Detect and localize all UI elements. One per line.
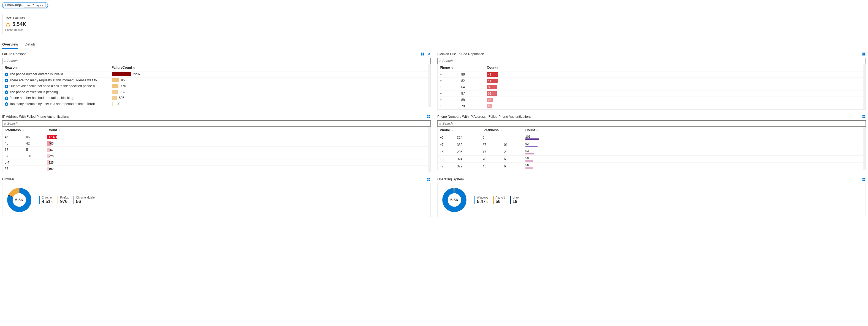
log-analytics-icon[interactable] bbox=[862, 115, 866, 118]
cell-ip-part: 78 bbox=[480, 156, 502, 163]
cell-ip-part: 17 bbox=[2, 147, 24, 153]
col-count[interactable]: Count↑↓ bbox=[485, 64, 866, 72]
cell-phone: + bbox=[438, 103, 459, 109]
col-phone[interactable]: Phone↑↓ bbox=[438, 127, 480, 134]
col-failurecount[interactable]: FailureCount↑↓ bbox=[110, 64, 431, 72]
search-input[interactable] bbox=[7, 59, 429, 63]
table-row[interactable]: 4506 1.146K bbox=[2, 134, 430, 140]
time-range-select[interactable]: Last 7 days ▾ bbox=[24, 3, 45, 7]
cell-phone: + bbox=[438, 84, 459, 90]
legend-item[interactable]: Linux 19 bbox=[510, 196, 519, 204]
scrollbar-thumb[interactable] bbox=[429, 64, 430, 81]
pin-icon[interactable] bbox=[427, 52, 431, 56]
table-row[interactable]: 175 257 bbox=[2, 147, 430, 153]
cell-ip-part: 2 bbox=[502, 148, 523, 156]
log-analytics-icon[interactable] bbox=[862, 52, 866, 56]
panel-title: Failure Reasons bbox=[2, 52, 26, 56]
table-row[interactable]: +6324 5. 105 bbox=[438, 134, 866, 141]
cell-ip-part: 87 bbox=[2, 153, 24, 159]
col-ip[interactable]: IPAddress↑↓ bbox=[480, 127, 523, 134]
cell-phone-part: 382 bbox=[455, 141, 480, 148]
search-input[interactable] bbox=[442, 59, 864, 63]
cell-phone: + bbox=[438, 97, 459, 103]
scrollbar-thumb[interactable] bbox=[429, 127, 430, 141]
table-row[interactable]: +88 24 bbox=[438, 97, 866, 103]
cell-phone: + bbox=[438, 72, 459, 78]
legend-item[interactable]: Android 56 bbox=[493, 196, 505, 204]
panel-browser: Browser 5.5K Chrome 4.51K Firefox 976 Ch… bbox=[2, 177, 431, 217]
cell-ip-part bbox=[24, 159, 45, 166]
donut-center-value: 5.5K bbox=[15, 198, 23, 202]
col-phone[interactable]: Phone↑↓ bbox=[438, 64, 485, 72]
col-count[interactable]: Count↑↓ bbox=[523, 127, 866, 134]
table-row[interactable]: +82 41 bbox=[438, 78, 866, 84]
cell-count: 776 bbox=[110, 83, 431, 89]
table-phone-ip: Phone↑↓ IPAddress↑↓ Count↑↓ +6324 5. 105… bbox=[437, 127, 866, 170]
legend-value: 56 bbox=[76, 199, 95, 204]
cell-ip-part: 5 bbox=[24, 147, 45, 153]
search-input[interactable] bbox=[7, 121, 429, 126]
table-row[interactable]: iToo many attempts by user in a short pe… bbox=[2, 101, 430, 107]
table-row[interactable]: +6206 172 63 bbox=[438, 148, 866, 156]
table-row[interactable]: +6324 786 58 bbox=[438, 156, 866, 163]
table-row[interactable]: +7382 8701 92 bbox=[438, 141, 866, 148]
table-row[interactable]: iThe phone number entered is invalid. 22… bbox=[2, 72, 430, 78]
legend-value: 4.51K bbox=[42, 199, 53, 204]
legend-item[interactable]: Chrome Mobile 56 bbox=[73, 196, 95, 204]
log-analytics-icon[interactable] bbox=[427, 115, 431, 118]
cell-count: 192 bbox=[45, 166, 430, 172]
legend-item[interactable]: Firefox 976 bbox=[58, 196, 68, 204]
table-row[interactable]: +7372 456 56 bbox=[438, 163, 866, 170]
panel-title: Operating System bbox=[437, 177, 464, 181]
table-row[interactable]: 5.4 225 bbox=[2, 159, 430, 166]
cell-count: 403 bbox=[45, 140, 430, 147]
panel-ip-failed: IP Address With Failed Phone Authenticat… bbox=[2, 115, 431, 172]
cell-ip-part: 5. bbox=[480, 134, 502, 141]
table-row[interactable]: +64 39 bbox=[438, 84, 866, 90]
search-icon: ⌕ bbox=[439, 121, 441, 126]
legend-item[interactable]: Chrome 4.51K bbox=[39, 196, 53, 204]
tab-overview[interactable]: Overview bbox=[2, 42, 18, 49]
table-row[interactable]: +86 42 bbox=[438, 72, 866, 78]
table-row[interactable]: iOur provider could not send a call to t… bbox=[2, 83, 430, 89]
search-input[interactable] bbox=[442, 121, 864, 126]
time-range-label: TimeRange: bbox=[5, 3, 23, 7]
cell-count: 56 bbox=[523, 163, 866, 170]
log-analytics-icon[interactable] bbox=[421, 52, 425, 56]
cell-ip-part: 45 bbox=[480, 163, 502, 170]
table-row[interactable]: iThere are too many requests at this mom… bbox=[2, 77, 430, 83]
cell-phone-part: 324 bbox=[455, 156, 480, 163]
cell-count: 58 bbox=[523, 156, 866, 163]
scrollbar-thumb[interactable] bbox=[864, 64, 865, 81]
time-range-filter[interactable]: TimeRange: Last 7 days ▾ bbox=[2, 2, 48, 8]
legend-value: 5.47K bbox=[477, 199, 488, 204]
scrollbar-thumb[interactable] bbox=[864, 127, 865, 138]
search-bar[interactable]: ⌕ bbox=[437, 58, 866, 64]
log-analytics-icon[interactable] bbox=[427, 177, 431, 181]
search-bar[interactable]: ⌕ bbox=[437, 120, 866, 127]
table-row[interactable]: 37 192 bbox=[2, 166, 430, 172]
table-row[interactable]: iThe phone verification is pending. 732 bbox=[2, 89, 430, 95]
col-reason[interactable]: Reason↑↓ bbox=[2, 64, 110, 72]
cell-phone-part: +7 bbox=[438, 163, 455, 170]
search-bar[interactable]: ⌕ bbox=[2, 58, 431, 64]
table-row[interactable]: iPhone number has bad reputation, blocki… bbox=[2, 95, 430, 101]
col-count[interactable]: Count↑↓ bbox=[45, 127, 430, 134]
chevron-down-icon: ▾ bbox=[42, 4, 43, 7]
table-row[interactable]: +79 19 bbox=[438, 103, 866, 109]
table-row[interactable]: 87101 226 bbox=[2, 153, 430, 159]
table-row[interactable]: +87 38 bbox=[438, 90, 866, 97]
search-bar[interactable]: ⌕ bbox=[2, 120, 431, 127]
log-analytics-icon[interactable] bbox=[862, 177, 866, 181]
col-ip[interactable]: IPAddress↑↓ bbox=[2, 127, 45, 134]
legend-value: 56 bbox=[496, 199, 505, 204]
cell-ip-part: 01 bbox=[502, 141, 523, 148]
total-failures-label: Total Failures bbox=[5, 16, 49, 20]
table-row[interactable]: 4542 403 bbox=[2, 140, 430, 147]
cell-phone-part: 79 bbox=[459, 103, 485, 109]
tab-details[interactable]: Details bbox=[25, 42, 36, 49]
cell-count: 226 bbox=[45, 153, 430, 159]
legend-item[interactable]: Windows 5.47K bbox=[474, 196, 488, 204]
search-icon: ⌕ bbox=[4, 121, 6, 126]
total-failures-card[interactable]: Total Failures 5.54K Phone Related bbox=[2, 14, 52, 34]
